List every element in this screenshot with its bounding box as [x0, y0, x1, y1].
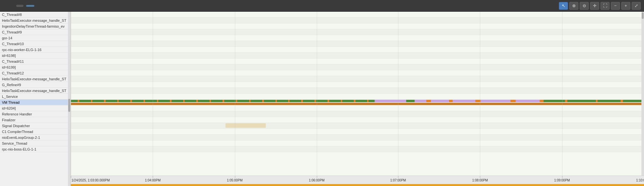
export-icon: ⤢	[635, 3, 638, 8]
thread-item[interactable]: Signal Dispatcher	[0, 123, 71, 129]
vm-orange-base2	[71, 103, 644, 105]
vm-orange-tick	[249, 100, 251, 102]
vgrid-line	[562, 12, 562, 176]
reset-button[interactable]	[16, 5, 23, 7]
thread-item[interactable]: nioEventLoopGroup-2-1	[0, 135, 71, 140]
vgrid-line	[235, 12, 235, 176]
zoom-out-button[interactable]: ⊖	[580, 2, 589, 10]
thread-item[interactable]: id=6204]	[0, 105, 71, 111]
vm-orange-tick	[117, 100, 119, 102]
vm-orange-tick	[78, 100, 79, 102]
vgrid-line	[71, 12, 71, 176]
time-tick	[562, 176, 562, 178]
fit-icon: ⛶	[603, 3, 607, 8]
toolbar: ↖ ⊕ ⊖ ✛ ⛶ − + ⤢	[0, 0, 644, 12]
zoom-in-button[interactable]: ⊕	[569, 2, 578, 10]
thread-item[interactable]: C1 CompilerThread	[0, 129, 71, 135]
thread-state-selection-button[interactable]	[26, 5, 34, 7]
vm-bar-segment	[623, 100, 644, 102]
vm-bar-segment	[540, 100, 544, 102]
thread-item[interactable]: C_Thread#12	[0, 70, 71, 76]
thread-item[interactable]: C_Thread#9	[0, 29, 71, 35]
time-tick	[235, 176, 235, 178]
vm-bar-segment	[375, 100, 406, 102]
time-label: 1:06:00PM	[309, 179, 325, 182]
vgrid-line	[480, 12, 480, 176]
thread-list: C_Thread#8HelixTaskExecutor-message_hand…	[0, 12, 71, 186]
vm-orange-tick	[170, 100, 171, 102]
sidebar-scrollbar-thumb[interactable]	[68, 99, 70, 112]
plus-button[interactable]: +	[621, 2, 630, 10]
minus-button[interactable]: −	[611, 2, 620, 10]
time-label: 1:08:00PM	[472, 179, 488, 182]
cursor-icon: ↖	[562, 3, 565, 8]
vgrid-line	[317, 12, 317, 176]
vm-bar-segment	[431, 100, 449, 102]
thread-item[interactable]: HelixTaskExecutor-message_handle_ST	[0, 88, 71, 94]
timeline-area[interactable]: 1/24/2025, 1:03:00.000PM1:04:00PM1:05:00…	[71, 12, 644, 186]
thread-item[interactable]: C_Thread#11	[0, 59, 71, 64]
time-label: 1:04:00PM	[145, 179, 161, 182]
fit-button[interactable]: ⛶	[600, 2, 610, 10]
vm-orange-tick	[91, 100, 92, 102]
sidebar-scrollbar[interactable]	[68, 12, 71, 186]
toolbar-right: ↖ ⊕ ⊖ ✛ ⛶ − + ⤢	[559, 2, 641, 10]
time-label: 1:05:00PM	[227, 179, 242, 182]
thread-item[interactable]: HelixTaskExecutor-message_handle_ST	[0, 76, 71, 82]
vgrid-line	[153, 12, 153, 176]
vm-bar-segment	[426, 100, 431, 102]
pan-icon: ✛	[593, 3, 597, 8]
plus-icon: +	[625, 3, 627, 8]
thread-item[interactable]: gor-14	[0, 35, 71, 41]
zoom-in-icon: ⊕	[572, 3, 576, 8]
vm-thread-row1	[71, 100, 644, 102]
right-scrollbar[interactable]	[641, 12, 644, 176]
pan-button[interactable]: ✛	[590, 2, 599, 10]
thread-item[interactable]: L_Service	[0, 94, 71, 100]
time-label: 1:09:00PM	[554, 179, 570, 182]
vm-orange-tick	[144, 100, 145, 102]
thread-item[interactable]: C_Thread#10	[0, 41, 71, 47]
thread-item[interactable]: Reference Handler	[0, 111, 71, 117]
thread-item[interactable]: IngestionDelayTimerThread-farmiso_ev	[0, 23, 71, 29]
vm-orange-tick	[130, 100, 132, 102]
vm-orange-tick	[315, 100, 316, 102]
thread-item[interactable]: id=6199]	[0, 64, 71, 70]
time-label: 1/24/2025, 1:03:00.000PM	[71, 179, 110, 182]
thread-item[interactable]: G_Refine#9	[0, 82, 71, 88]
progress-bar-fill	[71, 184, 644, 186]
vm-orange-tick	[288, 100, 290, 102]
zoom-out-icon: ⊖	[583, 3, 586, 8]
minus-icon: −	[614, 3, 617, 8]
export-button[interactable]: ⤢	[632, 2, 641, 10]
time-label: 1:07:00PM	[390, 179, 406, 182]
vm-bar-segment	[598, 100, 621, 102]
thread-item[interactable]: VM Thread	[0, 100, 71, 105]
vm-orange-tick	[236, 100, 237, 102]
vm-bar-segment	[415, 100, 426, 102]
thread-item[interactable]: HelixTaskExecutor-message_handle_ST	[0, 18, 71, 23]
thread-item[interactable]: Service_Thread	[0, 140, 71, 146]
thread-item[interactable]: Finalizer	[0, 117, 71, 123]
vm-thread-row2	[71, 102, 644, 105]
thread-list-sidebar: C_Thread#8HelixTaskExecutor-message_hand…	[0, 12, 71, 186]
vm-orange-tick	[328, 100, 329, 102]
vm-orange-tick	[276, 100, 277, 102]
vm-bar-segment	[516, 100, 540, 102]
thread-item[interactable]: rpc-nio-worker-ELG-1-16	[0, 47, 71, 53]
vm-bar-segment	[567, 100, 596, 102]
time-tick	[480, 176, 480, 178]
vm-orange-tick	[223, 100, 224, 102]
vm-bar-segment	[621, 100, 623, 102]
thread-item[interactable]: id=6198]	[0, 53, 71, 59]
time-label: 1:10:00PM	[636, 179, 644, 182]
finalizer-bar	[225, 123, 265, 128]
vm-orange-tick	[104, 100, 105, 102]
main-content: C_Thread#8HelixTaskExecutor-message_hand…	[0, 12, 644, 186]
right-scrollbar-thumb[interactable]	[642, 12, 644, 19]
time-tick	[71, 176, 71, 178]
cursor-tool-button[interactable]: ↖	[559, 2, 568, 10]
vm-orange-tick	[210, 100, 211, 102]
thread-item[interactable]: rpc-nio-boss-ELG-1-1	[0, 146, 71, 152]
thread-item[interactable]: C_Thread#8	[0, 12, 71, 18]
